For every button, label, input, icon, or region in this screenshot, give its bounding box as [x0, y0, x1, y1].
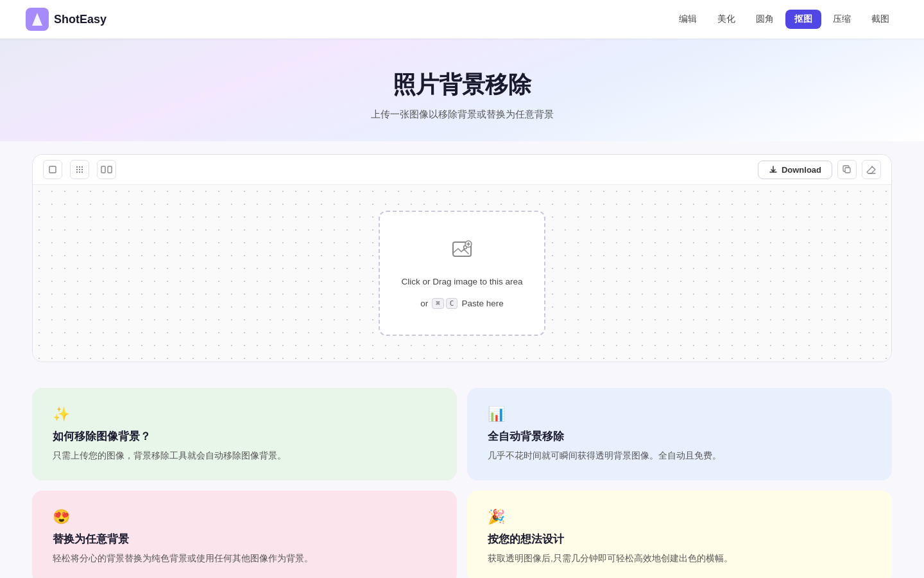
navbar: ShotEasy 编辑 美化 圆角 抠图 压缩 截图 [0, 0, 924, 39]
upload-dropzone[interactable]: Click or Drag image to this area or ⌘ C … [379, 211, 545, 336]
logo-icon [26, 8, 49, 31]
feature-title-1: 全自动背景移除 [488, 429, 871, 444]
brand-name: ShotEasy [54, 13, 107, 26]
hero-section: 照片背景移除 上传一张图像以移除背景或替换为任意背景 [0, 39, 924, 141]
nav-edit[interactable]: 编辑 [670, 10, 706, 29]
feature-card-1: 📊 全自动背景移除 几乎不花时间就可瞬间获得透明背景图像。全自动且免费。 [467, 388, 892, 481]
nav-round[interactable]: 圆角 [747, 10, 783, 29]
erase-button[interactable] [862, 160, 881, 179]
download-icon [769, 165, 778, 174]
eraser-icon [866, 165, 877, 174]
feature-desc-2: 轻松将分心的背景替换为纯色背景或使用任何其他图像作为背景。 [53, 552, 436, 566]
feature-desc-0: 只需上传您的图像，背景移除工具就会自动移除图像背景。 [53, 449, 436, 463]
c-key: C [446, 298, 458, 309]
crop-icon [47, 164, 58, 175]
upload-icon [450, 238, 474, 266]
copy-button[interactable] [837, 160, 857, 179]
split-view-button[interactable] [97, 160, 116, 179]
toolbar-left [43, 160, 116, 179]
paste-row: or ⌘ C Paste here [420, 298, 504, 309]
feature-title-2: 替换为任意背景 [53, 532, 436, 547]
svg-point-11 [81, 171, 83, 173]
svg-point-5 [81, 166, 83, 168]
upload-container: Download [32, 154, 892, 362]
nav-cutout[interactable]: 抠图 [785, 10, 821, 29]
download-label: Download [782, 165, 821, 175]
feature-card-3: 🎉 按您的想法设计 获取透明图像后,只需几分钟即可轻松高效地创建出色的横幅。 [467, 491, 892, 578]
grid-tool-button[interactable] [70, 160, 89, 179]
feature-card-0: ✨ 如何移除图像背景？ 只需上传您的图像，背景移除工具就会自动移除图像背景。 [32, 388, 457, 481]
feature-title-0: 如何移除图像背景？ [53, 429, 436, 444]
feature-card-2: 😍 替换为任意背景 轻松将分心的背景替换为纯色背景或使用任何其他图像作为背景。 [32, 491, 457, 578]
download-button[interactable]: Download [758, 161, 832, 179]
svg-rect-12 [101, 166, 105, 173]
feature-emoji-0: ✨ [53, 406, 436, 423]
nav-compress[interactable]: 压缩 [824, 10, 860, 29]
keyboard-shortcut: ⌘ C [432, 298, 458, 309]
svg-rect-2 [49, 166, 56, 173]
svg-point-9 [76, 171, 78, 173]
feature-title-3: 按您的想法设计 [488, 532, 871, 547]
svg-point-7 [79, 169, 80, 170]
svg-rect-14 [845, 168, 850, 173]
cmd-key: ⌘ [432, 298, 444, 309]
or-text: or [420, 299, 428, 308]
svg-point-10 [79, 171, 80, 173]
features-section: ✨ 如何移除图像背景？ 只需上传您的图像，背景移除工具就会自动移除图像背景。 📊… [0, 362, 924, 578]
svg-point-4 [79, 166, 80, 168]
svg-point-6 [76, 169, 78, 170]
svg-point-3 [76, 166, 78, 168]
svg-point-8 [81, 169, 83, 170]
paste-text: Paste here [461, 299, 503, 308]
upload-zone[interactable]: Click or Drag image to this area or ⌘ C … [33, 185, 891, 362]
feature-desc-1: 几乎不花时间就可瞬间获得透明背景图像。全自动且免费。 [488, 449, 871, 463]
toolbar-right: Download [758, 160, 881, 179]
logo[interactable]: ShotEasy [26, 8, 107, 31]
split-icon [101, 164, 112, 175]
toolbar: Download [33, 155, 891, 185]
feature-emoji-3: 🎉 [488, 509, 871, 525]
grid-icon [74, 164, 85, 175]
feature-emoji-1: 📊 [488, 406, 871, 423]
nav-screenshot[interactable]: 截图 [862, 10, 898, 29]
nav-links: 编辑 美化 圆角 抠图 压缩 截图 [670, 10, 898, 29]
svg-rect-13 [108, 166, 112, 173]
nav-beautify[interactable]: 美化 [708, 10, 744, 29]
feature-emoji-2: 😍 [53, 509, 436, 525]
feature-desc-3: 获取透明图像后,只需几分钟即可轻松高效地创建出色的横幅。 [488, 552, 871, 566]
page-title: 照片背景移除 [13, 69, 911, 101]
page-subtitle: 上传一张图像以移除背景或替换为任意背景 [13, 109, 911, 121]
crop-tool-button[interactable] [43, 160, 62, 179]
upload-main-text: Click or Drag image to this area [401, 275, 522, 289]
copy-icon [843, 165, 851, 174]
